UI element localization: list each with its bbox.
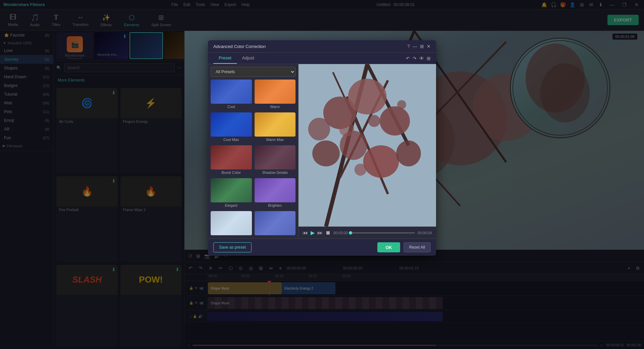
preset-more1-preview bbox=[211, 211, 252, 235]
svg-point-24 bbox=[308, 118, 330, 141]
preset-warm-label: Warm bbox=[255, 104, 296, 110]
eye-color-button[interactable]: 👁 bbox=[419, 56, 424, 61]
dialog-header[interactable]: Advanced Color Correction ? — ⊞ ✕ bbox=[208, 40, 436, 53]
preset-cool-max[interactable]: Cool Max bbox=[211, 112, 252, 143]
dialog-footer: Save as preset OK Reset All bbox=[208, 239, 436, 256]
preset-filter-select[interactable]: All Presets bbox=[211, 67, 296, 77]
preset-shadow-preview bbox=[255, 145, 296, 169]
svg-point-28 bbox=[397, 100, 406, 109]
current-time: 00:00:00 bbox=[333, 231, 348, 235]
dialog-tabs: Preset Adjust ↶ ↷ 👁 ⊞ bbox=[208, 53, 436, 64]
prev-frame-button[interactable]: ⏮ bbox=[303, 230, 308, 236]
ok-button[interactable]: OK bbox=[377, 242, 400, 252]
dialog-overlay: Advanced Color Correction ? — ⊞ ✕ Preset… bbox=[0, 0, 644, 349]
preset-boost-label: Boost Color bbox=[211, 169, 252, 176]
tab-adjust[interactable]: Adjust bbox=[237, 53, 260, 64]
preset-shadow-label: Shadow Details bbox=[255, 169, 296, 176]
preset-more1[interactable] bbox=[211, 211, 252, 237]
preset-elegant-label: Elegant bbox=[211, 202, 252, 208]
svg-point-21 bbox=[363, 145, 399, 178]
preset-warm[interactable]: Warm bbox=[255, 80, 296, 110]
preset-cool-preview bbox=[211, 80, 252, 104]
preset-panel: All Presets Cool Warm bbox=[208, 64, 299, 239]
advanced-color-dialog: Advanced Color Correction ? — ⊞ ✕ Preset… bbox=[208, 40, 436, 256]
preset-boost[interactable]: Boost Color bbox=[211, 145, 252, 176]
preset-brighten-preview bbox=[255, 178, 296, 202]
preview-panel: ⏮ ▶ ⏭ ⏹ 00:00:00 00:00:04 bbox=[299, 64, 436, 239]
tab-preset[interactable]: Preset bbox=[213, 53, 237, 64]
dialog-header-buttons: ? — ⊞ ✕ bbox=[407, 44, 431, 49]
preset-cool-max-label: Cool Max bbox=[211, 137, 252, 143]
svg-point-18 bbox=[348, 79, 387, 114]
svg-point-26 bbox=[368, 115, 380, 127]
dialog-title: Advanced Color Correction bbox=[213, 44, 266, 49]
preset-more2-label bbox=[255, 235, 296, 237]
preset-warm-max-preview bbox=[255, 112, 296, 137]
preview-scene-svg bbox=[299, 64, 436, 227]
dialog-tab-tools: ↶ ↷ 👁 ⊞ bbox=[406, 53, 431, 64]
total-time: 00:00:04 bbox=[418, 231, 432, 235]
undo-color-button[interactable]: ↶ bbox=[406, 56, 410, 61]
preset-brighten[interactable]: Brighten bbox=[255, 178, 296, 208]
dialog-expand-button[interactable]: ⊞ bbox=[420, 44, 424, 49]
preset-grid: Cool Warm Cool Max Warm Ma bbox=[211, 80, 296, 237]
preview-scene bbox=[299, 64, 436, 227]
preset-more2-preview bbox=[255, 211, 296, 235]
svg-point-23 bbox=[396, 140, 421, 166]
redo-color-button[interactable]: ↷ bbox=[413, 56, 417, 61]
preset-elegant-preview bbox=[211, 178, 252, 202]
compare-button[interactable]: ⊞ bbox=[427, 56, 431, 61]
dialog-minimize-button[interactable]: — bbox=[413, 44, 417, 49]
preset-cool[interactable]: Cool bbox=[211, 80, 252, 110]
preset-warm-max-label: Warm Max bbox=[255, 137, 296, 143]
stop-button[interactable]: ⏹ bbox=[325, 230, 331, 236]
preset-cool-max-preview bbox=[211, 112, 252, 137]
progress-dot bbox=[349, 231, 352, 235]
main-preview-area bbox=[299, 64, 436, 227]
reset-all-button[interactable]: Reset All bbox=[404, 242, 431, 252]
preset-warm-max[interactable]: Warm Max bbox=[255, 112, 296, 143]
dialog-help-icon[interactable]: ? bbox=[407, 44, 410, 49]
svg-point-19 bbox=[380, 106, 410, 136]
dialog-content: All Presets Cool Warm bbox=[208, 64, 436, 239]
preset-more2[interactable] bbox=[255, 211, 296, 237]
preset-warm-preview bbox=[255, 80, 296, 104]
svg-point-27 bbox=[355, 164, 367, 176]
preset-brighten-label: Brighten bbox=[255, 202, 296, 208]
preset-more1-label bbox=[211, 235, 252, 237]
footer-right-buttons: OK Reset All bbox=[377, 242, 431, 252]
svg-point-25 bbox=[339, 121, 354, 137]
dialog-close-button[interactable]: ✕ bbox=[427, 44, 431, 49]
preset-boost-preview bbox=[211, 145, 252, 169]
playback-bar: ⏮ ▶ ⏭ ⏹ 00:00:00 00:00:04 bbox=[299, 227, 436, 239]
progress-bar[interactable] bbox=[351, 232, 415, 234]
preset-cool-label: Cool bbox=[211, 104, 252, 110]
svg-point-20 bbox=[312, 140, 340, 166]
save-preset-button[interactable]: Save as preset bbox=[213, 242, 252, 252]
preset-shadow[interactable]: Shadow Details bbox=[255, 145, 296, 176]
preset-elegant[interactable]: Elegant bbox=[211, 178, 252, 208]
skip-forward-button[interactable]: ⏭ bbox=[317, 230, 323, 236]
play-button[interactable]: ▶ bbox=[311, 230, 315, 236]
